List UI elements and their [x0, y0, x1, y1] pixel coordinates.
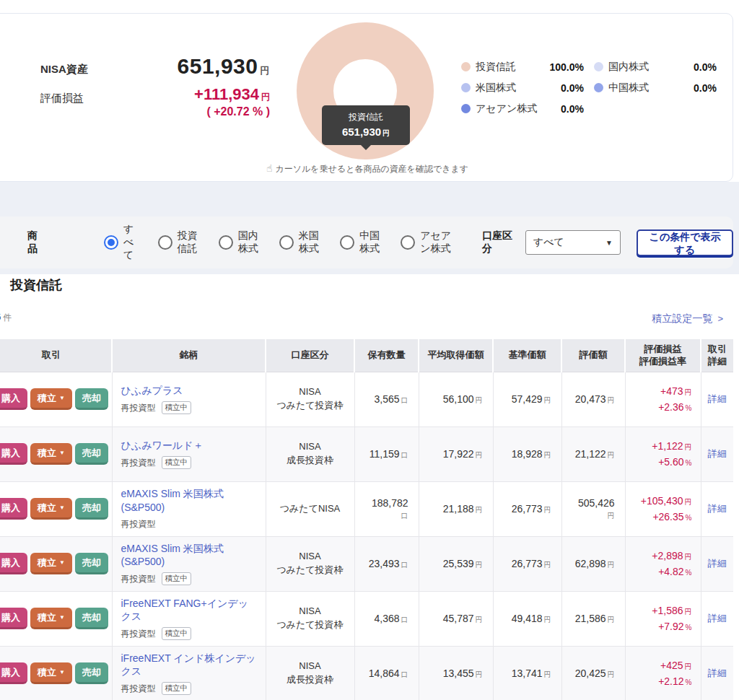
- numeric-cell: 56,100円: [419, 372, 493, 426]
- tsumitate-button[interactable]: 積立▼: [30, 443, 72, 465]
- pl-percent-value: +26.35: [652, 511, 683, 522]
- buy-button[interactable]: 購入: [0, 662, 27, 684]
- profit-loss-cell: +425円+2.12%: [625, 646, 701, 700]
- cell-unit: 円: [544, 506, 551, 514]
- tsumitate-button[interactable]: 積立▼: [30, 608, 72, 629]
- table-row: 購入積立▼売却eMAXIS Slim 米国株式(S&P500)再投資型つみたてN…: [0, 481, 733, 536]
- fund-subinfo: 再投資型積立中: [121, 572, 257, 585]
- buy-button[interactable]: 購入: [0, 388, 27, 410]
- fund-subinfo: 再投資型積立中: [121, 456, 257, 469]
- fund-cell: iFreeNEXT FANG+インデックス再投資型積立中: [112, 591, 266, 646]
- fund-name-link[interactable]: iFreeNEXT インド株インデックス: [121, 652, 257, 678]
- tsumitate-button[interactable]: 積立▼: [30, 498, 72, 520]
- sell-button[interactable]: 売却: [75, 443, 108, 465]
- fund-name-link[interactable]: ひふみプラス: [121, 384, 257, 397]
- product-radio-option[interactable]: アセアン株式: [401, 229, 460, 255]
- tsumitate-active-badge: 積立中: [162, 682, 192, 695]
- numeric-cell: 20,473円: [561, 372, 625, 426]
- detail-link[interactable]: 詳細: [708, 668, 727, 678]
- table-row: 購入積立▼売却ひふみプラス再投資型積立中NISAつみたて投資枠3,565口56,…: [0, 372, 733, 426]
- fund-name-link[interactable]: eMAXIS Slim 米国株式(S&P500): [121, 542, 257, 568]
- cell-unit: 円: [608, 616, 615, 624]
- cell-value: 4,368: [374, 613, 399, 624]
- tsumitate-active-badge: 積立中: [162, 572, 192, 585]
- pl-percent: +26.35%: [634, 509, 692, 525]
- detail-link[interactable]: 詳細: [708, 503, 727, 514]
- radio-button-icon[interactable]: [219, 235, 233, 250]
- numeric-cell: 11,159口: [354, 426, 419, 481]
- asset-donut-chart[interactable]: 投資信託 651,930円: [297, 22, 434, 159]
- product-filter-label: 商品: [27, 229, 43, 255]
- fund-subinfo: 再投資型: [121, 518, 257, 530]
- tsumitate-settings-link[interactable]: 積立設定一覧>: [652, 312, 723, 325]
- account-type-cell: NISAつみたて投資枠: [266, 591, 354, 646]
- detail-cell: 詳細: [701, 372, 733, 426]
- buy-button[interactable]: 購入: [0, 553, 27, 574]
- detail-link[interactable]: 詳細: [708, 448, 727, 459]
- numeric-cell: 25,539円: [419, 536, 493, 591]
- table-body: 購入積立▼売却ひふみプラス再投資型積立中NISAつみたて投資枠3,565口56,…: [0, 372, 733, 700]
- numeric-cell: 26,773円: [493, 536, 561, 591]
- fund-name-link[interactable]: eMAXIS Slim 米国株式(S&P500): [121, 487, 257, 513]
- numeric-cell: 17,922円: [419, 426, 493, 481]
- buy-button[interactable]: 購入: [0, 608, 27, 629]
- sell-button[interactable]: 売却: [75, 498, 108, 520]
- numeric-cell: 4,368口: [354, 591, 419, 646]
- tsumitate-button[interactable]: 積立▼: [30, 553, 72, 574]
- radio-option-label: 中国株式: [359, 229, 384, 255]
- caret-down-icon: ▼: [59, 614, 65, 621]
- detail-link[interactable]: 詳細: [708, 393, 727, 404]
- cell-unit: 円: [476, 451, 483, 459]
- asset-legend: 投資信託100.0%国内株式0.0%米国株式0.0%中国株式0.0%アセアン株式…: [461, 60, 727, 115]
- cell-value: 26,773: [512, 558, 543, 569]
- column-header: 基準価額: [493, 339, 561, 372]
- cell-unit: 口: [401, 616, 408, 624]
- sell-button[interactable]: 売却: [75, 553, 108, 574]
- action-buttons: 購入積立▼売却: [0, 553, 112, 574]
- radio-button-icon[interactable]: [401, 235, 415, 250]
- pl-amount: +2,898円: [634, 548, 692, 564]
- cell-value: 21,122: [575, 448, 606, 460]
- cell-value: 49,418: [512, 613, 543, 624]
- cell-unit: 円: [476, 616, 483, 624]
- buy-button[interactable]: 購入: [0, 498, 27, 520]
- tsumitate-button[interactable]: 積立▼: [30, 662, 72, 684]
- pl-amount: +425円: [634, 657, 692, 673]
- pl-percent-unit: %: [686, 404, 692, 412]
- column-header: 取引: [0, 339, 112, 372]
- column-header: 保有数量: [354, 339, 419, 372]
- fund-type-label: 再投資型: [121, 518, 156, 530]
- radio-button-icon[interactable]: [340, 235, 354, 250]
- sell-button[interactable]: 売却: [75, 388, 108, 410]
- account-filter-label: 口座区分: [482, 229, 514, 255]
- product-radio-option[interactable]: すべて: [104, 223, 141, 262]
- profit-loss-cell: +1,122円+5.60%: [625, 426, 701, 481]
- legend-dot-icon: [461, 62, 471, 71]
- radio-button-icon[interactable]: [279, 235, 294, 250]
- radio-button-icon[interactable]: [104, 235, 118, 250]
- asset-label: NISA資産: [40, 63, 88, 76]
- cell-value: 505,426: [578, 497, 615, 509]
- sell-button[interactable]: 売却: [75, 662, 108, 684]
- detail-link[interactable]: 詳細: [708, 558, 727, 569]
- detail-link[interactable]: 詳細: [708, 613, 727, 624]
- radio-option-label: 国内株式: [238, 229, 263, 255]
- product-radio-option[interactable]: 投資信託: [158, 229, 202, 255]
- buy-button[interactable]: 購入: [0, 443, 27, 465]
- sell-button[interactable]: 売却: [75, 608, 108, 629]
- fund-name-link[interactable]: iFreeNEXT FANG+インデックス: [121, 597, 257, 623]
- column-header: 評価損益評価損益率: [625, 339, 701, 372]
- pl-amount-value: +1,586: [652, 605, 683, 616]
- cell-value: 18,928: [512, 448, 543, 460]
- product-radio-option[interactable]: 米国株式: [279, 229, 323, 255]
- tsumitate-button[interactable]: 積立▼: [30, 388, 72, 410]
- cell-unit: 口: [401, 561, 408, 569]
- radio-button-icon[interactable]: [158, 235, 172, 250]
- apply-filter-button[interactable]: この条件で表示する: [637, 229, 733, 256]
- pl-amount-unit: 円: [685, 553, 692, 561]
- fund-cell: eMAXIS Slim 米国株式(S&P500)再投資型積立中: [112, 536, 266, 591]
- product-radio-option[interactable]: 中国株式: [340, 229, 384, 255]
- fund-name-link[interactable]: ひふみワールド＋: [121, 439, 257, 452]
- account-type-select[interactable]: すべて ▼: [525, 230, 621, 255]
- product-radio-option[interactable]: 国内株式: [219, 229, 263, 255]
